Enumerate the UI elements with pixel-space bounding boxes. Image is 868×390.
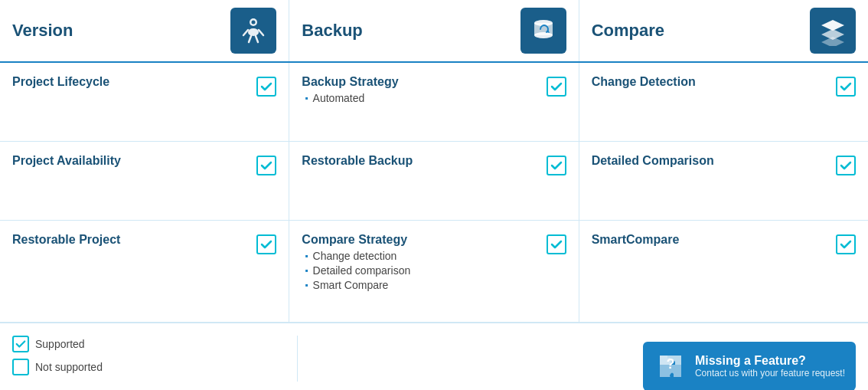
feature-title-restorable-backup: Restorable Backup	[302, 154, 540, 168]
legend-supported-label: Supported	[35, 338, 85, 350]
check-compare-strategy	[547, 234, 566, 254]
check-restorable-backup	[547, 156, 566, 175]
feature-row-change-detection: Change Detection	[592, 75, 856, 97]
checkmark-icon	[840, 80, 852, 93]
svg-text:?: ?	[666, 356, 674, 372]
missing-feature-box[interactable]: ? Missing a Feature? Contact us with you…	[643, 342, 856, 390]
svg-line-4	[249, 36, 251, 42]
check-detailed-comparison	[836, 156, 856, 175]
checkmark-icon	[260, 159, 272, 172]
check-project-lifecycle	[256, 77, 276, 97]
backup-strategy-subitems: Automated	[305, 92, 540, 104]
body-col-1-1: Project Lifecycle	[0, 63, 289, 142]
header-row: Version	[0, 0, 868, 63]
feature-row-backup-strategy: Backup Strategy Automated	[302, 75, 566, 107]
checkmark-icon	[840, 238, 852, 251]
body-col-2-3: Detailed Comparison	[579, 142, 868, 221]
sub-item-automated: Automated	[305, 92, 540, 104]
feature-row-smartcompare: SmartCompare	[592, 233, 856, 254]
sub-item-change-detection: Change detection	[305, 250, 540, 262]
body-col-1-2: Backup Strategy Automated	[289, 63, 579, 142]
checkmark-icon	[550, 159, 563, 172]
body-row-1: Project Lifecycle Backup Strategy Automa…	[0, 63, 868, 142]
feature-title-project-lifecycle: Project Lifecycle	[12, 75, 250, 89]
legend-not-supported-label: Not supported	[35, 361, 103, 373]
legend-section: Supported Not supported ?	[0, 323, 868, 390]
legend-check-supported	[12, 336, 29, 352]
missing-feature-title: Missing a Feature?	[695, 354, 845, 368]
legend-check-not-supported	[12, 359, 29, 375]
checkmark-icon	[260, 80, 272, 93]
compare-icon-box	[810, 8, 856, 54]
body-row-3: Restorable Project Compare Strategy Chan…	[0, 221, 868, 323]
check-restorable-project	[256, 234, 276, 254]
feature-title-change-detection: Change Detection	[592, 75, 830, 89]
check-backup-strategy	[547, 77, 566, 97]
body-col-3-1: Restorable Project	[0, 221, 289, 323]
body-col-1-3: Change Detection	[579, 63, 868, 142]
check-change-detection	[836, 77, 856, 97]
svg-point-9	[534, 32, 553, 38]
backup-icon	[528, 15, 559, 46]
svg-point-1	[248, 28, 259, 36]
checkmark-icon	[550, 238, 563, 251]
feature-row-project-availability: Project Availability	[12, 154, 276, 175]
puzzle-icon: ?	[654, 349, 687, 383]
svg-line-2	[243, 30, 248, 35]
compare-col-title: Compare	[592, 21, 664, 41]
version-header-col: Version	[0, 0, 289, 61]
checkmark-icon	[840, 159, 852, 172]
svg-line-3	[259, 30, 263, 35]
missing-feature-subtitle: Contact us with your feature request!	[695, 368, 845, 379]
compare-header-col: Compare	[579, 0, 868, 61]
backup-col-title: Backup	[302, 21, 362, 41]
feature-title-detailed-comparison: Detailed Comparison	[592, 154, 830, 168]
svg-line-5	[256, 36, 258, 42]
legend-col: Supported Not supported	[12, 336, 298, 382]
legend-not-supported: Not supported	[12, 359, 285, 375]
legend-right-col: ? Missing a Feature? Contact us with you…	[571, 336, 856, 390]
version-icon-box	[230, 8, 276, 54]
body-col-3-2: Compare Strategy Change detection Detail…	[289, 221, 579, 323]
body-col-3-3: SmartCompare	[579, 221, 868, 323]
feature-title-backup-strategy: Backup Strategy	[302, 75, 398, 88]
check-smartcompare	[836, 234, 856, 254]
backup-header-col: Backup	[289, 0, 579, 61]
feature-row-detailed-comparison: Detailed Comparison	[592, 154, 856, 175]
sub-item-smart-compare: Smart Compare	[305, 279, 540, 291]
feature-title-restorable-project: Restorable Project	[12, 233, 250, 247]
feature-title-smartcompare: SmartCompare	[592, 233, 830, 247]
checkmark-icon	[550, 80, 563, 93]
missing-feature-text: Missing a Feature? Contact us with your …	[695, 354, 845, 379]
sub-item-detailed-comparison: Detailed comparison	[305, 264, 540, 277]
feature-row-restorable-project: Restorable Project	[12, 233, 276, 254]
compare-icon	[817, 15, 848, 46]
svg-point-6	[252, 21, 256, 25]
version-col-title: Version	[12, 21, 73, 41]
main-container: Version	[0, 0, 868, 390]
legend-checkmark-icon	[15, 339, 26, 349]
check-project-availability	[256, 156, 276, 175]
feature-row-restorable-backup: Restorable Backup	[302, 154, 566, 175]
checkmark-icon	[260, 238, 272, 251]
svg-marker-11	[821, 20, 844, 31]
compare-strategy-subitems: Change detection Detailed comparison Sma…	[305, 250, 540, 291]
version-icon	[238, 15, 269, 46]
feature-title-compare-strategy: Compare Strategy	[302, 233, 407, 246]
feature-title-project-availability: Project Availability	[12, 154, 250, 168]
feature-row-project-lifecycle: Project Lifecycle	[12, 75, 276, 97]
svg-marker-13	[821, 37, 844, 46]
body-row-2: Project Availability Restorable Backup	[0, 142, 868, 221]
legend-supported: Supported	[12, 336, 285, 352]
feature-row-compare-strategy: Compare Strategy Change detection Detail…	[302, 233, 566, 293]
body-col-2-1: Project Availability	[0, 142, 289, 221]
body-col-2-2: Restorable Backup	[289, 142, 579, 221]
backup-icon-box	[520, 8, 566, 54]
